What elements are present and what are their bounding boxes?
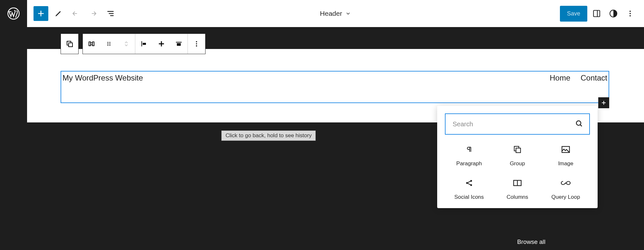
svg-point-20	[196, 43, 197, 44]
chevron-down-icon	[345, 11, 351, 16]
settings-sidebar-button[interactable]	[589, 6, 604, 21]
wordpress-logo[interactable]	[6, 6, 21, 21]
edit-tool-button[interactable]	[51, 6, 66, 21]
svg-point-12	[110, 43, 111, 44]
block-label: Columns	[506, 194, 528, 200]
styles-button[interactable]	[606, 6, 621, 21]
move-up-down-button[interactable]	[118, 34, 135, 54]
block-label: Social Icons	[454, 194, 484, 200]
block-label: Query Loop	[552, 194, 580, 200]
add-block-inline-button[interactable]	[598, 97, 609, 108]
search-input[interactable]	[452, 120, 575, 128]
block-item-paragraph[interactable]: Paragraph	[445, 145, 493, 167]
justify-button[interactable]	[135, 34, 153, 54]
svg-point-11	[108, 43, 109, 44]
block-item-query-loop[interactable]: Query Loop	[542, 178, 590, 200]
browse-all-button[interactable]: Browse all	[517, 238, 545, 245]
svg-point-6	[630, 15, 631, 16]
svg-point-19	[196, 41, 197, 43]
block-search-field[interactable]	[445, 113, 590, 135]
share-icon	[465, 178, 473, 188]
block-more-button[interactable]	[188, 34, 205, 54]
template-label: Header	[320, 10, 342, 17]
block-label: Image	[558, 160, 573, 167]
block-item-social-icons[interactable]: Social Icons	[445, 178, 493, 200]
svg-point-9	[108, 42, 109, 43]
svg-line-30	[468, 181, 471, 183]
header-group-block[interactable]: My WordPress Website Home Contact	[61, 71, 609, 103]
svg-point-14	[110, 45, 111, 46]
svg-rect-25	[516, 148, 521, 153]
svg-point-22	[576, 121, 581, 125]
nav-link[interactable]: Home	[550, 73, 570, 82]
width-button[interactable]	[170, 34, 187, 54]
svg-point-5	[630, 13, 631, 14]
block-item-image[interactable]: Image	[542, 145, 590, 167]
redo-button[interactable]	[86, 6, 101, 21]
svg-point-10	[110, 42, 111, 43]
navigation-block[interactable]: Home Contact	[550, 73, 607, 82]
block-item-columns[interactable]: Columns	[493, 178, 542, 200]
svg-rect-1	[593, 10, 600, 17]
svg-rect-18	[177, 43, 181, 46]
nav-link[interactable]: Contact	[581, 73, 607, 82]
block-label: Paragraph	[456, 160, 482, 167]
add-block-button[interactable]	[34, 6, 48, 21]
block-label: Group	[510, 160, 525, 167]
group-icon	[513, 145, 522, 154]
svg-line-31	[468, 183, 471, 185]
parent-block-button[interactable]	[61, 34, 78, 54]
align-button[interactable]	[153, 34, 170, 54]
undo-button[interactable]	[68, 6, 83, 21]
save-button[interactable]: Save	[560, 6, 587, 22]
list-view-button[interactable]	[103, 6, 118, 21]
search-icon	[575, 120, 583, 129]
more-options-button[interactable]	[623, 6, 638, 21]
svg-rect-8	[69, 43, 72, 47]
svg-point-21	[196, 45, 197, 47]
block-toolbar	[61, 34, 206, 54]
columns-icon	[513, 178, 522, 188]
block-type-button[interactable]	[83, 34, 100, 54]
history-tooltip: Click to go back, hold to see history	[221, 130, 316, 141]
paragraph-icon	[466, 145, 473, 154]
block-inserter-popover: Paragraph Group Image Social Icons	[437, 106, 598, 208]
infinity-icon	[561, 178, 571, 188]
svg-point-13	[108, 45, 109, 46]
block-item-group[interactable]: Group	[493, 145, 542, 167]
svg-rect-16	[143, 43, 146, 45]
template-selector[interactable]: Header	[320, 10, 351, 17]
svg-point-4	[630, 11, 631, 12]
svg-line-23	[580, 125, 582, 126]
image-icon	[561, 145, 570, 154]
site-title[interactable]: My WordPress Website	[62, 73, 143, 82]
drag-handle[interactable]	[100, 34, 118, 54]
